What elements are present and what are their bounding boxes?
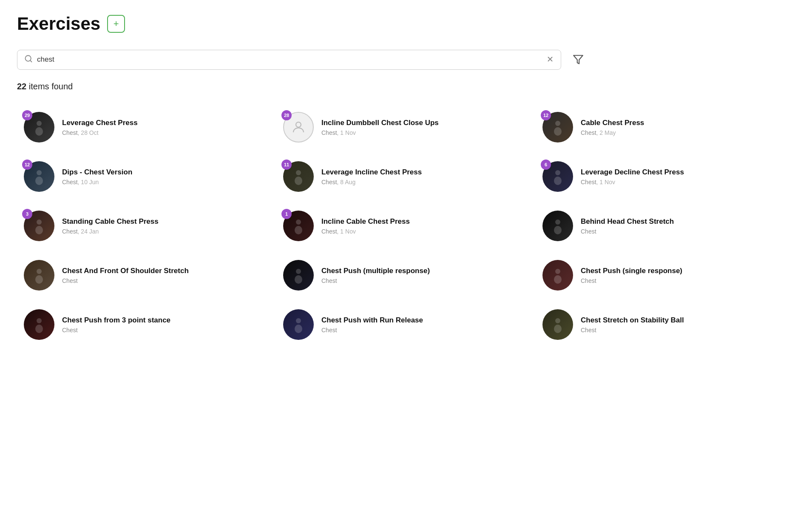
exercise-category: Chest [321,327,337,333]
svg-point-7 [296,122,301,127]
exercise-info: Chest Push with Run Release Chest [321,316,529,333]
svg-marker-4 [574,55,583,64]
search-row [17,49,795,70]
svg-point-24 [296,269,301,274]
exercise-name: Chest Stretch on Stability Ball [581,316,788,325]
exercise-category: Chest [62,277,78,284]
exercise-category: Chest [581,179,596,185]
exercise-info: Incline Dumbbell Chest Close Ups Chest, … [321,118,529,136]
exercise-badge: 12 [22,160,32,170]
page-header: Exercises + [17,14,795,34]
exercise-item[interactable]: Chest Push (single response) Chest [536,251,795,299]
exercise-meta: Chest, 1 Nov [581,179,788,185]
exercise-category: Chest [321,179,337,185]
svg-point-27 [554,275,562,284]
svg-point-8 [555,121,560,126]
exercise-item[interactable]: Chest Push (multiple response) Chest [276,251,536,299]
avatar [24,260,54,291]
avatar-wrap [283,260,314,291]
exercise-info: Chest Push (single response) Chest [581,266,788,284]
svg-point-31 [295,325,302,333]
exercise-item[interactable]: Chest Stretch on Stability Ball Chest [536,301,795,348]
exercise-name: Cable Chest Press [581,118,788,128]
avatar [542,260,573,291]
results-count-number: 22 [17,82,26,91]
exercise-name: Chest And Front Of Shoulder Stretch [62,266,270,276]
results-count: 22 items found [17,82,795,91]
add-exercise-button[interactable]: + [107,15,125,33]
search-input[interactable] [37,55,542,64]
avatar-wrap: 28 [283,112,314,142]
exercise-category: Chest [321,277,337,284]
exercise-badge: 11 [281,160,292,170]
exercise-info: Chest Push (multiple response) Chest [321,266,529,284]
exercise-item[interactable]: 1 Incline Cable Chest Press Chest, 1 Nov [276,202,536,250]
filter-button[interactable] [568,49,588,70]
avatar-wrap: 12 [24,161,54,192]
exercise-meta: Chest, 10 Jun [62,179,270,185]
exercise-category: Chest [581,228,596,235]
avatar-wrap [283,309,314,340]
svg-point-6 [35,127,43,136]
exercise-item[interactable]: 11 Leverage Incline Chest Press Chest, 8… [276,153,536,200]
results-count-label: items found [29,82,73,91]
svg-line-1 [30,60,32,62]
search-icon [24,54,33,65]
avatar [542,309,573,340]
exercise-info: Chest Stretch on Stability Ball Chest [581,316,788,333]
exercise-category: Chest [62,327,78,333]
exercise-badge: 6 [541,160,551,170]
exercise-meta: Chest, 1 Nov [321,129,529,136]
svg-point-19 [295,226,302,234]
avatar [24,309,54,340]
exercise-item[interactable]: Chest Push with Run Release Chest [276,301,536,348]
svg-point-11 [35,177,43,185]
exercise-item[interactable]: Chest Push from 3 point stance Chest [17,301,276,348]
exercise-info: Cable Chest Press Chest, 2 May [581,118,788,136]
svg-point-17 [35,226,43,234]
exercise-badge: 3 [22,209,32,219]
exercise-meta: Chest, 1 Nov [321,228,529,235]
exercise-info: Leverage Chest Press Chest, 28 Oct [62,118,270,136]
exercise-category: Chest [581,327,596,333]
exercise-info: Standing Cable Chest Press Chest, 24 Jan [62,217,270,235]
svg-point-14 [555,170,560,175]
exercise-item[interactable]: Behind Head Chest Stretch Chest [536,202,795,250]
exercise-category: Chest [321,129,337,136]
exercise-badge: 1 [281,209,292,219]
exercise-meta: Chest [581,228,788,235]
exercise-item[interactable]: 28 Incline Dumbbell Chest Close Ups Ches… [276,103,536,151]
avatar-wrap: 6 [542,161,573,192]
exercise-category: Chest [62,228,78,235]
plus-icon: + [114,18,119,29]
exercise-name: Chest Push from 3 point stance [62,316,270,325]
exercise-info: Leverage Decline Chest Press Chest, 1 No… [581,168,788,185]
svg-point-21 [554,226,562,234]
clear-search-button[interactable] [546,55,554,64]
avatar [283,260,314,291]
exercise-meta: Chest, 8 Aug [321,179,529,185]
exercise-item[interactable]: Chest And Front Of Shoulder Stretch Ches… [17,251,276,299]
svg-point-20 [555,219,560,225]
exercise-item[interactable]: 12 Dips - Chest Version Chest, 10 Jun [17,153,276,200]
exercise-item[interactable]: 3 Standing Cable Chest Press Chest, 24 J… [17,202,276,250]
avatar-wrap: 11 [283,161,314,192]
exercise-name: Incline Dumbbell Chest Close Ups [321,118,529,128]
exercise-meta: Chest [581,327,788,333]
avatar-wrap [24,260,54,291]
exercise-item[interactable]: 29 Leverage Chest Press Chest, 28 Oct [17,103,276,151]
exercise-info: Chest And Front Of Shoulder Stretch Ches… [62,266,270,284]
page-title: Exercises [17,14,100,34]
exercise-info: Dips - Chest Version Chest, 10 Jun [62,168,270,185]
svg-point-9 [554,127,562,136]
exercise-name: Dips - Chest Version [62,168,270,177]
svg-point-13 [295,177,302,185]
exercise-info: Chest Push from 3 point stance Chest [62,316,270,333]
exercise-item[interactable]: 12 Cable Chest Press Chest, 2 May [536,103,795,151]
exercise-name: Chest Push (multiple response) [321,266,529,276]
exercise-badge: 28 [281,110,292,120]
svg-point-5 [37,121,42,126]
exercise-item[interactable]: 6 Leverage Decline Chest Press Chest, 1 … [536,153,795,200]
avatar-wrap [542,309,573,340]
exercise-badge: 29 [22,110,32,120]
